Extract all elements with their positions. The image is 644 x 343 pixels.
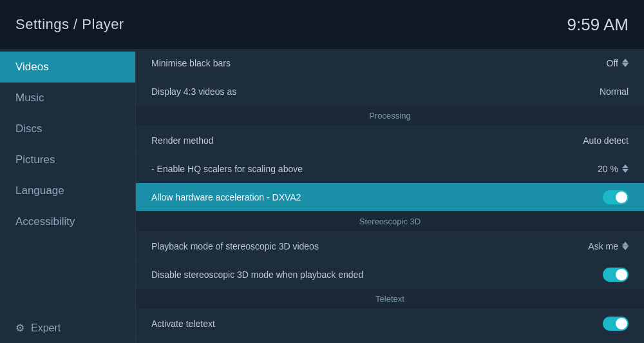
row-minimise-black-bars[interactable]: Minimise black bars Off (136, 49, 644, 77)
label-hardware-accel: Allow hardware acceleration - DXVA2 (151, 192, 301, 202)
value-hardware-accel (603, 190, 629, 204)
label-render-method: Render method (151, 135, 214, 146)
toggle-knob (616, 318, 627, 329)
toggle-disable-stereo[interactable] (603, 268, 629, 282)
page-title: Settings / Player (15, 16, 124, 33)
content-area: Minimise black bars Off Display 4:3 vide… (135, 49, 644, 343)
arrow-down-icon[interactable] (622, 169, 629, 173)
row-playback-mode-3d[interactable]: Playback mode of stereoscopic 3D videos … (136, 232, 644, 260)
arrow-down-icon[interactable] (622, 246, 629, 250)
toggle-activate-teletext[interactable] (603, 317, 629, 331)
label-display-43: Display 4:3 videos as (151, 86, 236, 97)
value-minimise-black-bars: Off (607, 58, 629, 68)
toggle-hardware-accel[interactable] (603, 190, 629, 204)
row-display-43[interactable]: Display 4:3 videos as Normal (136, 77, 644, 106)
label-playback-mode-3d: Playback mode of stereoscopic 3D videos (151, 241, 319, 251)
sidebar: Videos Music Discs Pictures Language Acc… (0, 49, 135, 343)
clock: 9:59 AM (567, 15, 629, 35)
sidebar-item-pictures[interactable]: Pictures (0, 144, 135, 175)
row-disable-stereo-mode[interactable]: Disable stereoscopic 3D mode when playba… (136, 260, 644, 289)
label-hq-scalers: - Enable HQ scalers for scaling above (151, 164, 303, 174)
section-header-teletext: Teletext (136, 289, 644, 309)
label-activate-teletext: Activate teletext (151, 318, 215, 329)
sidebar-item-language[interactable]: Language (0, 175, 135, 206)
arrow-up-icon[interactable] (622, 164, 629, 168)
gear-icon: ⚙ (15, 322, 24, 334)
value-activate-teletext (603, 317, 629, 331)
row-hardware-accel[interactable]: Allow hardware acceleration - DXVA2 (136, 183, 644, 211)
toggle-knob (616, 269, 627, 280)
section-header-stereoscopic: Stereoscopic 3D (136, 211, 644, 232)
sidebar-expert[interactable]: ⚙ Expert (0, 313, 135, 343)
value-disable-stereo-mode (603, 268, 629, 282)
arrows-hq-scalers[interactable] (622, 164, 629, 173)
row-render-method[interactable]: Render method Auto detect (136, 126, 644, 155)
sidebar-label-music: Music (15, 92, 44, 104)
expert-label: Expert (31, 322, 61, 334)
section-header-processing: Processing (136, 106, 644, 126)
row-activate-teletext[interactable]: Activate teletext (136, 309, 644, 338)
sidebar-label-language: Language (15, 184, 64, 197)
value-playback-mode-3d: Ask me (588, 241, 629, 251)
value-display-43: Normal (600, 86, 629, 97)
arrow-down-icon[interactable] (622, 63, 629, 67)
arrow-up-icon[interactable] (622, 242, 629, 246)
label-minimise-black-bars: Minimise black bars (151, 58, 231, 68)
sidebar-label-pictures: Pictures (15, 153, 55, 166)
arrows-minimise-black-bars[interactable] (622, 59, 629, 67)
row-hq-scalers[interactable]: - Enable HQ scalers for scaling above 20… (136, 155, 644, 183)
sidebar-label-accessibility: Accessibility (15, 215, 75, 228)
sidebar-label-videos: Videos (15, 61, 49, 74)
sidebar-item-accessibility[interactable]: Accessibility (0, 206, 135, 237)
sidebar-item-music[interactable]: Music (0, 83, 135, 113)
arrows-playback-mode[interactable] (622, 242, 629, 250)
sidebar-item-videos[interactable]: Videos (0, 52, 135, 83)
value-hq-scalers: 20 % (598, 164, 629, 174)
sidebar-label-discs: Discs (15, 122, 43, 135)
arrow-up-icon[interactable] (622, 59, 629, 63)
main-layout: Videos Music Discs Pictures Language Acc… (0, 49, 644, 343)
value-render-method: Auto detect (583, 135, 629, 146)
label-disable-stereo-mode: Disable stereoscopic 3D mode when playba… (151, 270, 363, 280)
toggle-knob (616, 191, 627, 203)
sidebar-item-discs[interactable]: Discs (0, 113, 135, 144)
row-scale-teletext[interactable]: - Scale teletext to 4:3 (136, 338, 644, 343)
header: Settings / Player 9:59 AM (0, 0, 644, 49)
